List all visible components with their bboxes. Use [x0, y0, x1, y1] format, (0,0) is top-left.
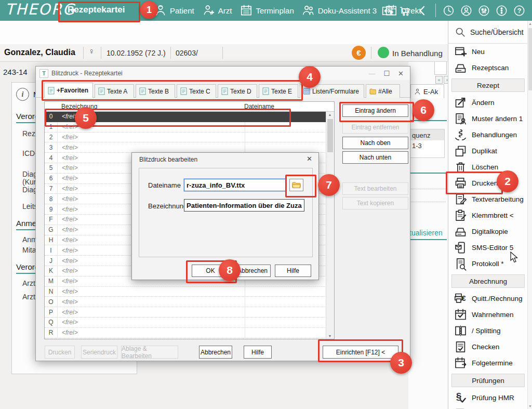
sidebar-item-suche[interactable]: Suche/Übersicht — [448, 21, 528, 44]
sidebar-item-18[interactable]: Checken — [448, 339, 528, 355]
sidebar-item-0[interactable]: Neu — [448, 44, 528, 60]
side-button-1: Eintrag entfernen — [342, 121, 408, 134]
page-icon — [139, 87, 146, 95]
user-circle-icon[interactable] — [460, 4, 473, 17]
more-icon[interactable] — [495, 4, 508, 17]
tab-3[interactable]: Texte C — [177, 84, 216, 98]
tab-5[interactable]: Texte E — [259, 84, 298, 98]
sidebar-item-16[interactable]: Wahrnehmen — [448, 307, 528, 323]
divider — [409, 189, 446, 189]
euro-badge-icon[interactable]: € — [352, 46, 366, 60]
scroll-down-icon[interactable]: ▼ — [528, 404, 532, 408]
annotation-step-4: 4 — [299, 66, 321, 88]
table-row-P[interactable]: P<frei> — [45, 307, 326, 318]
edit-dialog-button-2[interactable]: Hilfe — [275, 265, 311, 277]
tab-1[interactable]: Texte A — [95, 84, 134, 98]
clock-icon[interactable] — [442, 4, 455, 17]
table-row-3[interactable]: 3<frei> — [45, 142, 326, 153]
sidebar-item-21[interactable]: §Prüfung HMR — [448, 390, 528, 406]
annotation-step-7: 7 — [318, 174, 340, 196]
sliders-icon[interactable] — [477, 4, 490, 17]
page-icon — [180, 87, 187, 95]
table-row-Q[interactable]: Q<frei> — [45, 318, 326, 328]
bottom-button-5[interactable]: Einrichten [F12] < — [323, 346, 398, 359]
table-row-N[interactable]: N<frei> — [45, 287, 326, 297]
sidebar-item-22[interactable]: Frequenzinfo # — [448, 406, 528, 409]
dateiname-input[interactable] — [184, 179, 286, 191]
table-row-O[interactable]: O<frei> — [45, 297, 326, 307]
record-tab[interactable]: 243-14 — [3, 68, 28, 76]
scroll-up-icon[interactable]: ▲ — [326, 113, 334, 116]
doku-assistent-icon — [302, 4, 315, 17]
tab-2[interactable]: Texte B — [136, 84, 175, 98]
minimize-icon[interactable]: — — [368, 70, 375, 77]
bezeichnung-label: Bezeichnung — [148, 202, 187, 210]
sidebar-item-10[interactable]: Klemmbrett < — [448, 207, 528, 223]
sidebar-item-17[interactable]: / Splitting — [448, 323, 528, 339]
sidebar-scrollbar[interactable]: ▲ ▼ — [527, 21, 532, 409]
edit-dialog-title: Blitzdruck bearbeiten — [139, 156, 197, 163]
sidebar-item-9[interactable]: Textverarbeitung — [448, 191, 528, 207]
table-row-R[interactable]: R<frei> — [45, 328, 326, 338]
tab-e-akte[interactable]: E-Ak — [410, 84, 444, 98]
search-icon — [455, 27, 466, 38]
sidebar-item-19[interactable]: Folgetermine — [448, 355, 528, 371]
topbar-item-1[interactable]: Arzt — [202, 4, 232, 17]
frequency-column-header: quenz — [409, 129, 445, 141]
sidebar-item-11[interactable]: Digitalkopie — [448, 223, 528, 240]
page-icon — [221, 87, 228, 95]
scroll-down-icon[interactable]: ▼ — [326, 334, 334, 338]
scrollbar-thumb[interactable] — [327, 119, 333, 152]
sidebar-item-4[interactable]: Muster ändern 1 — [448, 111, 528, 127]
cart-icon[interactable] — [398, 4, 411, 17]
terminplan-icon — [240, 4, 253, 17]
tab-4[interactable]: Texte D — [218, 84, 257, 98]
tab-7[interactable]: #Alle — [366, 84, 400, 98]
chevron-left-icon[interactable]: « — [435, 76, 443, 84]
table-scrollbar[interactable]: ▲ ▼ — [326, 112, 334, 339]
divider — [409, 239, 447, 240]
scroll-up-icon[interactable]: ▲ — [528, 22, 532, 25]
side-button-2[interactable]: Nach oben — [342, 137, 408, 149]
topbar-item-0[interactable]: Patient — [154, 4, 194, 17]
divider — [101, 47, 101, 59]
dialog-titlebar[interactable]: T Blitzdruck - Rezeptekartei — ☐ ✕ — [36, 67, 410, 80]
copy-icon — [454, 144, 468, 158]
side-button-3[interactable]: Nach unten — [342, 151, 408, 164]
info-icon: i — [16, 88, 29, 101]
topbar-item-2[interactable]: Terminplan — [240, 4, 294, 17]
side-button-0[interactable]: Eintrag ändern — [342, 104, 408, 117]
help-icon[interactable]: ? — [513, 4, 526, 17]
svg-text:?: ? — [517, 7, 522, 15]
bottom-button-4[interactable]: Hilfe — [244, 346, 272, 359]
sidebar-item-7[interactable]: Löschen — [448, 159, 528, 175]
bezeichnung-input[interactable] — [184, 199, 304, 212]
table-row-2[interactable]: 2<frei> — [45, 133, 326, 143]
scrollbar-thumb[interactable] — [528, 28, 532, 90]
browse-folder-button[interactable] — [289, 179, 303, 191]
close-icon[interactable]: ✕ — [307, 155, 312, 163]
bottom-button-3[interactable]: Abbrechen — [199, 346, 232, 359]
sidebar-item-3[interactable]: Ändern — [448, 95, 528, 111]
annotation-step-1: 1 — [140, 1, 158, 19]
chevron-left-icon[interactable] — [416, 4, 429, 17]
sidebar-item-1[interactable]: Rezeptscan — [448, 60, 528, 76]
maximize-icon[interactable]: ☐ — [383, 70, 390, 77]
sidebar-item-5[interactable]: Behandlungen — [448, 127, 528, 143]
calendar-swap-icon[interactable] — [381, 4, 394, 17]
theorg-logo: THEORG — [5, 1, 75, 18]
sidebar-item-15[interactable]: €Quitt./Rechnung — [448, 291, 528, 307]
tab-0[interactable]: +Favoriten — [44, 83, 93, 98]
frequency-value: 1-3 — [409, 140, 445, 158]
column-dateiname[interactable]: Dateiname — [244, 103, 274, 110]
folder-icon — [369, 87, 376, 95]
refresh-link[interactable]: tualisieren — [409, 229, 443, 237]
trash-icon — [454, 160, 468, 174]
sidebar-item-6[interactable]: Duplikat — [448, 143, 528, 159]
close-icon[interactable]: ✕ — [398, 70, 404, 77]
divider — [83, 47, 84, 59]
annotation-step-3: 3 — [390, 352, 412, 374]
active-module-label[interactable]: Rezeptekartei — [68, 5, 125, 15]
topbar-item-3[interactable]: Doku-Assistent 3 — [302, 4, 377, 17]
calendar-check-icon — [454, 308, 468, 322]
